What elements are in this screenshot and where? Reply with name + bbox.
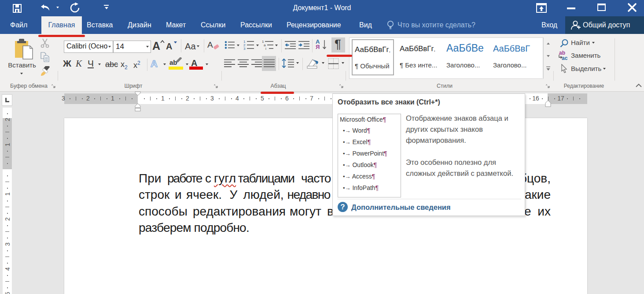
svg-text:3: 3 <box>243 47 246 50</box>
svg-text:i: i <box>265 47 266 50</box>
